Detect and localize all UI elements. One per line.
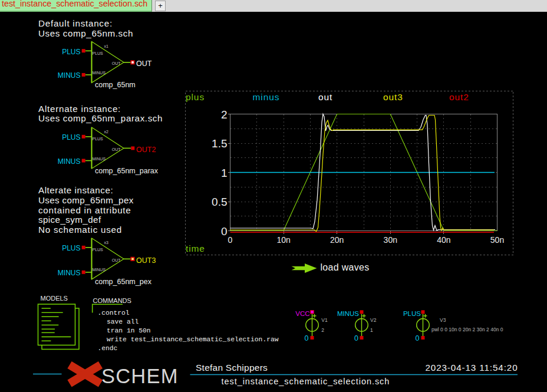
svg-text:Alternate instance:: Alternate instance: [38, 104, 121, 114]
svg-text:comp_65nm: comp_65nm [95, 81, 136, 89]
svg-text:MINUS: MINUS [93, 157, 106, 161]
svg-text:contained in attribute: contained in attribute [38, 205, 131, 215]
svg-text:Default instance:: Default instance: [38, 18, 113, 28]
svg-text:20n: 20n [330, 235, 344, 245]
svg-text:SCHEM: SCHEM [101, 365, 179, 387]
svg-text:PLUS: PLUS [93, 137, 104, 141]
svg-text:tran 1n 50n: tran 1n 50n [107, 327, 151, 334]
svg-text:0: 0 [354, 334, 358, 342]
svg-text:spice_sym_def: spice_sym_def [38, 215, 101, 225]
svg-text:x2: x2 [104, 130, 109, 134]
svg-text:No schematic used: No schematic used [38, 225, 122, 235]
svg-text:OUT: OUT [112, 61, 121, 65]
svg-text:30n: 30n [384, 235, 397, 245]
svg-text:VCC: VCC [295, 310, 309, 317]
svg-text:0: 0 [228, 235, 233, 245]
svg-text:1: 1 [221, 167, 228, 179]
svg-text:write test_instance_schematic_: write test_instance_schematic_selection.… [107, 336, 279, 343]
svg-text:PLUS: PLUS [62, 133, 80, 141]
svg-text:pwl 0 0 10n 0 20n 2 30n 2 40n: pwl 0 0 10n 0 20n 2 30n 2 40n 0 [431, 327, 503, 332]
svg-text:PLUS: PLUS [403, 310, 421, 317]
svg-text:.control: .control [97, 309, 129, 317]
svg-text:V2: V2 [370, 317, 377, 323]
svg-text:save all: save all [107, 318, 139, 325]
svg-text:MINUS: MINUS [58, 269, 81, 277]
svg-text:MINUS: MINUS [337, 310, 359, 317]
svg-text:out: out [318, 92, 332, 102]
svg-text:out2: out2 [449, 92, 469, 102]
svg-text:time: time [186, 243, 205, 253]
svg-text:MINUS: MINUS [93, 268, 106, 272]
svg-text:V1: V1 [321, 317, 328, 323]
svg-text:40n: 40n [437, 235, 450, 245]
svg-text:10n: 10n [276, 235, 290, 245]
svg-text:0: 0 [305, 334, 309, 342]
svg-text:OUT2: OUT2 [136, 146, 156, 154]
svg-text:2023-04-13 11:54:20: 2023-04-13 11:54:20 [425, 363, 518, 373]
svg-text:x3: x3 [104, 241, 109, 245]
svg-text:MINUS: MINUS [93, 71, 106, 75]
svg-text:2: 2 [321, 327, 324, 333]
svg-text:V3: V3 [440, 317, 446, 323]
svg-text:0.5: 0.5 [212, 196, 227, 208]
svg-text:1.5: 1.5 [212, 137, 227, 150]
svg-text:1: 1 [370, 327, 373, 333]
svg-text:MINUS: MINUS [58, 71, 81, 80]
svg-text:comp_65nm_pex: comp_65nm_pex [95, 278, 152, 286]
svg-text:Uses comp_65nm_pex: Uses comp_65nm_pex [38, 195, 134, 205]
svg-text:.endc: .endc [97, 345, 117, 352]
svg-text:load waves: load waves [321, 262, 370, 272]
svg-text:PLUS: PLUS [62, 48, 80, 56]
svg-text:OUT: OUT [112, 147, 121, 151]
svg-text:OUT3: OUT3 [136, 256, 156, 265]
svg-text:0: 0 [416, 334, 420, 342]
svg-text:0: 0 [221, 225, 228, 238]
svg-text:PLUS: PLUS [93, 51, 104, 55]
svg-text:OUT: OUT [136, 60, 152, 68]
svg-text:PLUS: PLUS [93, 248, 104, 252]
svg-text:Uses comp_65nm.sch: Uses comp_65nm.sch [38, 28, 133, 38]
svg-text:PLUS: PLUS [62, 244, 80, 252]
svg-text:2: 2 [221, 108, 228, 121]
svg-text:Stefan Schippers: Stefan Schippers [196, 363, 268, 373]
svg-text:COMMANDS: COMMANDS [93, 297, 131, 304]
svg-text:test_instance_schematic_select: test_instance_schematic_selection.sch [222, 377, 390, 386]
svg-text:MINUS: MINUS [58, 157, 81, 166]
svg-text:plus: plus [186, 92, 205, 102]
svg-text:Uses comp_65nm_parax.sch: Uses comp_65nm_parax.sch [38, 113, 163, 123]
svg-text:out3: out3 [383, 92, 403, 102]
svg-text:minus: minus [253, 92, 280, 102]
svg-text:50n: 50n [490, 235, 504, 245]
svg-text:comp_65nm_parax: comp_65nm_parax [95, 167, 159, 175]
svg-text:MODELS: MODELS [41, 295, 68, 302]
svg-text:Alterate instance:: Alterate instance: [38, 185, 113, 195]
svg-text:OUT: OUT [112, 258, 121, 262]
svg-text:x1: x1 [104, 44, 109, 48]
